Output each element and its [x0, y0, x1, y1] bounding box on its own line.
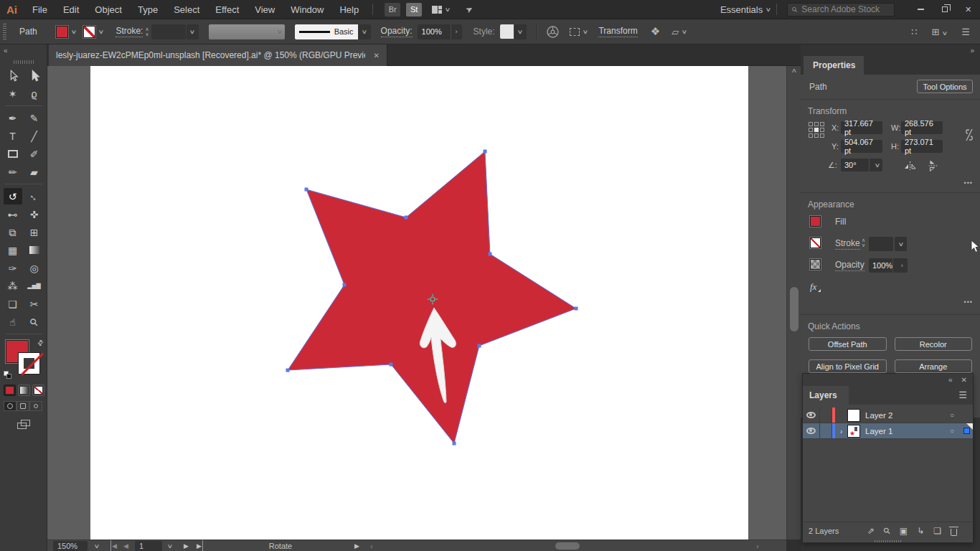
- color-button[interactable]: [4, 385, 16, 396]
- brush-dropdown-arrow[interactable]: ∨: [359, 24, 371, 39]
- stroke-weight-field[interactable]: [151, 24, 186, 39]
- visibility-eye-icon[interactable]: [803, 423, 820, 438]
- chevron-down-icon[interactable]: ∨: [765, 6, 772, 13]
- select-similar-icon[interactable]: [570, 28, 580, 36]
- zoom-level-field[interactable]: 150%: [53, 541, 88, 551]
- opacity-arrow[interactable]: ›: [896, 258, 908, 273]
- shaper-tool-icon[interactable]: ✏: [4, 164, 22, 180]
- artboard-dropdown-icon[interactable]: ∨: [167, 543, 174, 550]
- menu-select[interactable]: Select: [166, 4, 207, 15]
- chevron-down-icon[interactable]: ∨: [582, 29, 588, 35]
- panel-resize-grip[interactable]: [803, 539, 973, 544]
- menu-window[interactable]: Window: [283, 4, 331, 15]
- appearance-stroke-label[interactable]: Stroke: [835, 238, 860, 250]
- last-artboard-icon[interactable]: ▶: [197, 540, 203, 551]
- zoom-dropdown-icon[interactable]: ∨: [94, 543, 100, 550]
- new-sublayer-icon[interactable]: ↳: [917, 526, 924, 536]
- control-dock-icon[interactable]: ⊞: [932, 27, 940, 37]
- stroke-stepper[interactable]: ∧∨: [145, 27, 149, 37]
- selection-tool-icon[interactable]: [4, 67, 22, 84]
- control-grid-icon[interactable]: ∷: [911, 27, 917, 37]
- previous-artboard-icon[interactable]: ◀: [123, 540, 128, 551]
- visibility-eye-icon[interactable]: [803, 408, 820, 423]
- rectangle-tool-icon[interactable]: [4, 146, 22, 162]
- chevron-down-icon[interactable]: ∨: [875, 162, 881, 169]
- make-clipping-mask-icon[interactable]: ▣: [900, 526, 908, 536]
- chevron-down-icon[interactable]: ∨: [98, 29, 104, 35]
- layer-row-layer-1[interactable]: ›★Layer 1○: [803, 423, 973, 439]
- swap-fill-stroke-icon[interactable]: ⇄: [35, 338, 45, 348]
- appearance-fill-swatch[interactable]: [810, 216, 821, 227]
- workspace-switcher[interactable]: Essentials: [720, 4, 763, 15]
- tool-options-button[interactable]: Tool Options: [917, 80, 973, 93]
- vertical-scroll-thumb[interactable]: [790, 287, 798, 331]
- symbol-sprayer-tool-icon[interactable]: ⁂: [4, 278, 22, 294]
- menu-object[interactable]: Object: [87, 4, 130, 15]
- draw-inside-button[interactable]: [29, 401, 42, 411]
- artboard-number-field[interactable]: 1: [135, 541, 162, 551]
- stroke-weight-label[interactable]: Stroke:: [116, 26, 143, 37]
- x-value-field[interactable]: 317.667 pt: [841, 121, 882, 134]
- fx-effects-button[interactable]: fx: [810, 281, 816, 293]
- tab-properties[interactable]: Properties: [804, 56, 864, 75]
- scale-tool-icon[interactable]: ↔: [25, 188, 44, 204]
- first-artboard-icon[interactable]: ◀: [110, 540, 117, 551]
- stroke-weight-dropdown[interactable]: ∨: [187, 24, 199, 39]
- layer-thumbnail[interactable]: [847, 409, 860, 422]
- layer-row-layer-2[interactable]: Layer 2○: [803, 408, 973, 423]
- puppet-warp-tool-icon[interactable]: ✜: [25, 206, 44, 222]
- opacity-field[interactable]: 100% ›: [418, 24, 462, 39]
- appearance-stroke-swatch[interactable]: [810, 237, 821, 248]
- chevron-down-icon[interactable]: ∨: [445, 6, 451, 13]
- collapse-panel-icon[interactable]: «: [948, 376, 953, 384]
- layer-name[interactable]: Layer 1: [860, 427, 944, 435]
- opacity-label[interactable]: Opacity:: [381, 26, 413, 37]
- arrange-button[interactable]: Arrange: [895, 359, 973, 373]
- recolor-button[interactable]: Recolor: [895, 337, 973, 351]
- default-fill-stroke-icon[interactable]: [4, 371, 11, 379]
- chevron-down-icon[interactable]: ∨: [70, 29, 77, 35]
- change-screen-mode-button[interactable]: [17, 420, 30, 429]
- document-tab[interactable]: lesly-juarez-EW2cPMEp0ml-unsplash [Recov…: [49, 44, 387, 66]
- transform-link[interactable]: Transform: [598, 26, 637, 37]
- flip-horizontal-icon[interactable]: [904, 161, 916, 170]
- rotation-angle-combo[interactable]: 30° ∨: [841, 159, 882, 171]
- opacity-arrow[interactable]: ›: [451, 24, 462, 39]
- bridge-button[interactable]: Br: [385, 3, 400, 17]
- workspace-layout-icon[interactable]: [432, 6, 442, 14]
- menu-view[interactable]: View: [247, 4, 283, 15]
- vertical-scrollbar[interactable]: ∧: [786, 66, 801, 540]
- graphic-style-swatch[interactable]: [500, 24, 514, 39]
- shape-builder-tool-icon[interactable]: ⧉: [4, 224, 22, 240]
- collapse-panel-icon[interactable]: «: [4, 47, 8, 55]
- hand-tool-icon[interactable]: ☝: [4, 314, 22, 330]
- chevron-down-icon[interactable]: ∨: [942, 30, 948, 37]
- lock-toggle[interactable]: [820, 408, 832, 423]
- new-layer-icon[interactable]: ❏: [933, 526, 941, 536]
- gradient-button[interactable]: [18, 385, 30, 396]
- artboard-tool-icon[interactable]: ❏: [4, 296, 22, 312]
- eyedropper-tool-icon[interactable]: ✑: [4, 260, 22, 276]
- lock-toggle[interactable]: [820, 423, 832, 438]
- more-options-icon[interactable]: •••: [964, 298, 973, 306]
- lasso-tool-icon[interactable]: ϱ: [25, 85, 44, 102]
- line-segment-tool-icon[interactable]: ╱: [25, 128, 44, 144]
- align-options-icon[interactable]: ❖: [651, 25, 660, 38]
- panel-grip[interactable]: [3, 24, 6, 39]
- rotate-tool-icon[interactable]: ↺: [4, 188, 22, 204]
- panel-grip[interactable]: [14, 60, 34, 64]
- panel-menu-icon[interactable]: ☰: [958, 390, 967, 400]
- restore-button[interactable]: [933, 0, 956, 19]
- align-to-pixel-grid-button[interactable]: Align to Pixel Grid: [809, 359, 887, 373]
- layer-thumbnail[interactable]: ★: [847, 425, 860, 438]
- stroke-weight-stepper[interactable]: ∧∨: [862, 237, 865, 248]
- h-value-field[interactable]: 273.071 pt: [901, 140, 943, 153]
- style-dropdown[interactable]: ∨: [514, 24, 527, 39]
- none-button[interactable]: [32, 385, 44, 396]
- constrain-proportions-icon[interactable]: [963, 127, 976, 143]
- minimize-button[interactable]: [909, 0, 933, 19]
- magic-wand-tool-icon[interactable]: ✶: [4, 85, 22, 102]
- stroke-weight-field[interactable]: [869, 237, 893, 251]
- close-button[interactable]: ✕: [956, 0, 980, 19]
- more-options-icon[interactable]: •••: [964, 179, 973, 187]
